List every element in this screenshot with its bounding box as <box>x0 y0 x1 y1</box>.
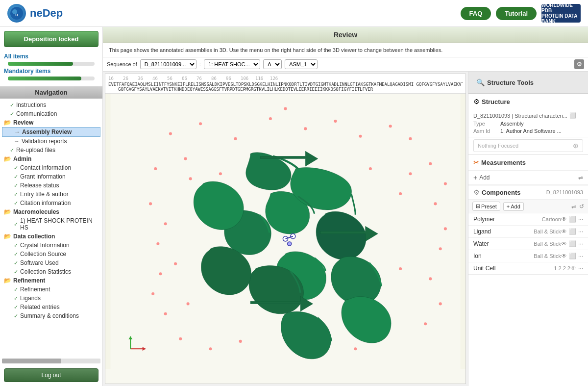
sidebar-item-label: Citation information <box>20 200 71 206</box>
svg-point-44 <box>399 267 402 270</box>
sequence-dropdown-1[interactable]: D_8211001009... <box>140 59 196 69</box>
sidebar-item-ligands[interactable]: ✓ Ligands <box>2 294 100 303</box>
svg-point-14 <box>184 157 187 160</box>
svg-point-4 <box>169 132 172 135</box>
sidebar-item-assembly-review[interactable]: → Assembly Review <box>2 127 100 137</box>
sequence-dropdown-3[interactable]: A <box>263 59 282 69</box>
asm-value: 1: Author And Software ... <box>500 128 562 134</box>
svg-text:O: O <box>15 13 18 17</box>
water-copy-icon[interactable]: ⬜ <box>569 240 576 247</box>
components-header[interactable]: ⚙ Components D_8211001093 <box>468 185 588 200</box>
svg-point-30 <box>424 322 427 325</box>
sidebar-item-collection-stats[interactable]: ✓ Collection Statistics <box>2 267 100 276</box>
water-menu-icon[interactable]: ··· <box>578 240 583 247</box>
logout-button[interactable]: Log out <box>4 368 98 382</box>
sidebar-item-heat-shock[interactable]: ✓ 1) HEAT SHOCK PROTEIN HS <box>2 216 100 232</box>
ligand-copy-icon[interactable]: ⬜ <box>569 228 576 235</box>
sidebar-item-communication[interactable]: ✓ Communication <box>2 109 100 118</box>
sidebar-item-software-used[interactable]: ✓ Software Used <box>2 258 100 267</box>
sidebar-item-label: Collection Source <box>20 251 66 257</box>
filter-comp-icon[interactable]: ⇌ <box>571 203 576 210</box>
sidebar-item-label: Collection Statistics <box>20 268 71 275</box>
deposition-locked-button[interactable]: Deposition locked <box>4 31 98 47</box>
search-icon[interactable]: 🔍 <box>473 76 487 89</box>
sidebar-item-instructions[interactable]: ✓ Instructions <box>2 101 100 109</box>
unit-cell-row: Unit Cell 1 2 2 2 👁 ··· <box>468 262 588 275</box>
add-component-button[interactable]: + Add <box>503 202 524 211</box>
sidebar-item-label: Assembly Review <box>22 129 72 135</box>
sidebar-item-related-entries[interactable]: ✓ Related entries <box>2 303 100 311</box>
ion-copy-icon[interactable]: ⬜ <box>569 253 576 259</box>
sidebar-item-contact[interactable]: ✓ Contact information <box>2 163 100 172</box>
unit-cell-menu-icon[interactable]: ··· <box>578 265 583 272</box>
all-items-progress-fill <box>8 62 73 66</box>
all-items-link[interactable]: All items <box>4 53 98 60</box>
sidebar-item-label: Re-upload files <box>16 147 55 154</box>
polymer-icons: 👁 ⬜ ··· <box>561 216 583 223</box>
sequence-dropdown-4[interactable]: ASM_1 <box>285 59 318 69</box>
polymer-copy-icon[interactable]: ⬜ <box>569 216 576 223</box>
polymer-style: Cartoon <box>542 216 561 222</box>
add-plus-icon: + <box>473 174 477 181</box>
measurements-header[interactable]: ✂ Measurements <box>468 154 588 171</box>
sidebar-section-data-collection[interactable]: 📂 Data collection <box>2 232 100 241</box>
sidebar-item-label: Related entries <box>20 304 60 310</box>
svg-point-43 <box>174 262 177 265</box>
ion-menu-icon[interactable]: ··· <box>578 253 583 259</box>
sidebar-item-summary[interactable]: ✓ Summary & conditions <box>2 311 100 320</box>
protein-viewer[interactable] <box>105 94 466 369</box>
sidebar-item-citation[interactable]: ✓ Citation information <box>2 199 100 207</box>
check-icon: ✓ <box>14 286 18 293</box>
protein-svg <box>105 94 466 369</box>
folder-open-icon: 📂 <box>4 208 11 215</box>
sidebar-item-validation-reports[interactable]: → Validation reports <box>2 137 100 146</box>
unit-cell-eye-icon[interactable]: 👁 <box>570 265 576 272</box>
sidebar-scrollbar[interactable] <box>2 359 100 363</box>
filter-icon[interactable]: ⇌ <box>578 174 583 181</box>
ligand-menu-icon[interactable]: ··· <box>578 228 583 235</box>
sidebar-section-admin[interactable]: 📂 Admin <box>2 154 100 163</box>
structure-section-header[interactable]: ⚙ Structure <box>468 94 588 109</box>
sequence-dropdown-2[interactable]: 1: HEAT SHOC... <box>204 59 260 69</box>
preset-button[interactable]: ⊞ Preset <box>472 202 500 211</box>
sidebar-item-release[interactable]: ✓ Release status <box>2 181 100 190</box>
ion-eye-icon[interactable]: 👁 <box>561 253 567 259</box>
review-description: This page shows the annotated assemblies… <box>103 43 588 57</box>
right-panel: 🔍 Structure Tools ⚙ Structure D_82110010… <box>468 72 588 386</box>
water-eye-icon[interactable]: 👁 <box>561 240 567 247</box>
sidebar-item-collection-source[interactable]: ✓ Collection Source <box>2 250 100 258</box>
tutorial-button[interactable]: Tutorial <box>496 7 537 20</box>
sequence-bar: Sequence of D_8211001009... : 1: HEAT SH… <box>103 57 588 72</box>
sidebar-section-macromolecules[interactable]: 📂 Macromolecules <box>2 207 100 216</box>
svg-point-23 <box>444 227 447 230</box>
components-section: ⚙ Components D_8211001093 ⊞ Preset + Add <box>468 185 588 275</box>
sequence-text: EVETFAFQAEIAQLMSLIINTFYSNKEIFLRELISNSSAL… <box>108 82 463 87</box>
sidebar-item-refinement[interactable]: ✓ Refinement <box>2 285 100 294</box>
add-label[interactable]: Add <box>479 174 490 181</box>
sidebar-item-grant[interactable]: ✓ Grant information <box>2 172 100 181</box>
faq-button[interactable]: FAQ <box>461 7 491 20</box>
type-value: Assembly <box>500 121 524 127</box>
sidebar-item-entry-title[interactable]: ✓ Entry title & author <box>2 190 100 199</box>
sidebar-item-reupload[interactable]: ✓ Re-upload files <box>2 146 100 154</box>
mandatory-items-progress <box>8 77 95 80</box>
copy-icon[interactable]: ⬜ <box>569 112 576 119</box>
focus-icon[interactable]: ⊕ <box>573 142 579 150</box>
svg-point-33 <box>239 339 242 342</box>
sidebar-item-label: Validation reports <box>22 138 67 145</box>
check-icon: ✓ <box>10 147 14 154</box>
arrow-icon: → <box>14 129 20 135</box>
check-icon: ✓ <box>14 260 18 266</box>
sidebar-item-crystal[interactable]: ✓ Crystal Information <box>2 241 100 250</box>
polymer-menu-icon[interactable]: ··· <box>578 216 583 223</box>
ligand-eye-icon[interactable]: 👁 <box>561 228 567 235</box>
reset-icon[interactable]: ↺ <box>579 203 584 210</box>
sidebar-section-refinement[interactable]: 📂 Refinement <box>2 276 100 285</box>
mandatory-items-link[interactable]: Mandatory items <box>4 68 98 75</box>
polymer-eye-icon[interactable]: 👁 <box>561 216 567 223</box>
check-icon: ✓ <box>14 242 18 249</box>
sequence-settings-button[interactable]: ⚙ <box>574 59 584 69</box>
sidebar-section-label: Data collection <box>13 233 55 240</box>
sidebar-section-review[interactable]: 📂 Review <box>2 118 100 127</box>
sidebar-item-label: Software Used <box>20 259 59 266</box>
